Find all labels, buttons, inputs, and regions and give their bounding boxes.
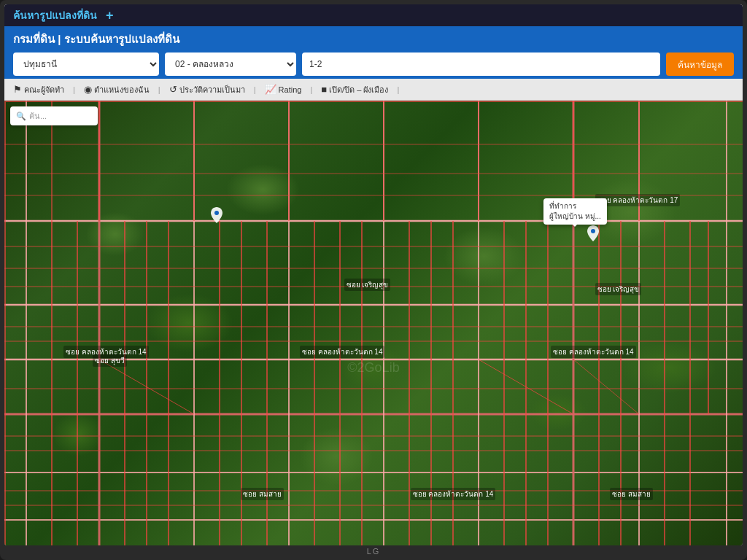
history-icon: ↺ <box>169 84 177 95</box>
screen: ค้นหารูปแปลงที่ดิน + กรมที่ดิน | ระบบค้น… <box>4 4 743 545</box>
map-pin-1[interactable] <box>211 207 222 223</box>
main-header: กรมที่ดิน | ระบบค้นหารูปแปลงที่ดิน ปทุมธ… <box>4 26 743 79</box>
toolbar-item-rating[interactable]: 📈 Rating <box>265 84 302 95</box>
location-label: ตำแหน่งของฉัน <box>94 83 150 96</box>
district-select[interactable]: 02 - คลองหลวง <box>165 52 296 76</box>
map-search-box[interactable]: 🔍 ค้น... <box>10 106 98 125</box>
search-button[interactable]: ค้นหาข้อมูล <box>666 52 734 76</box>
rating-label: Rating <box>279 85 302 94</box>
svg-line-70 <box>573 359 639 414</box>
road-label-3: ซอย คลองห้าตะวันตก 14 <box>300 346 385 358</box>
openclose-icon: ■ <box>321 84 327 95</box>
rating-icon: 📈 <box>265 84 276 95</box>
monitor-brand: LG <box>367 547 381 556</box>
svg-point-83 <box>214 211 219 215</box>
svg-rect-82 <box>5 101 743 545</box>
map-search-text: ค้น... <box>29 109 47 122</box>
separator-3: | <box>254 85 256 94</box>
road-label-9: ซอย คลองห้าตะวันตก 14 <box>411 488 496 500</box>
committee-icon: ⚑ <box>13 84 22 95</box>
separator-4: | <box>310 85 312 94</box>
parcel-input[interactable] <box>302 52 660 76</box>
road-label-6: ซอย เจริญสุข <box>595 283 642 295</box>
monitor-bezel: ค้นหารูปแปลงที่ดิน + กรมที่ดิน | ระบบค้น… <box>0 0 747 560</box>
separator-1: | <box>73 85 75 94</box>
toolbar-item-committee[interactable]: ⚑ คณะผู้จัดทำ <box>13 83 64 96</box>
header-title: กรมที่ดิน | ระบบค้นหารูปแปลงที่ดิน <box>13 31 734 48</box>
toolbar-item-location[interactable]: ◉ ตำแหน่งของฉัน <box>84 83 150 96</box>
map-search-icon: 🔍 <box>16 112 26 121</box>
road-label-7: ซอย คลองห้าตะวันตก 17 <box>595 194 681 206</box>
separator-2: | <box>158 85 160 94</box>
toolbar-row: ⚑ คณะผู้จัดทำ | ◉ ตำแหน่งของฉัน | ↺ ประว… <box>4 79 743 101</box>
toolbar-item-openclose[interactable]: ■ เปิด/ปิด – ผังเมือง <box>321 83 388 96</box>
road-label-4: ซอย คลองห้าตะวันตก 14 <box>551 346 636 358</box>
toolbar-item-history[interactable]: ↺ ประวัติความเป็นมา <box>169 83 245 96</box>
plus-icon[interactable]: + <box>106 8 114 23</box>
map-container[interactable]: 🔍 ค้น... ซอย เจริญสุข ซอย คลองห้าตะวันตก… <box>4 101 743 545</box>
openclose-label: เปิด/ปิด – ผังเมือง <box>329 83 388 96</box>
svg-point-84 <box>591 229 595 233</box>
map-pin-2[interactable] <box>587 225 599 241</box>
history-label: ประวัติความเป็นมา <box>179 83 245 96</box>
location-icon: ◉ <box>84 84 92 95</box>
committee-label: คณะผู้จัดทำ <box>24 83 64 96</box>
popup-line2: ผู้ใหญ่บ้าน หมู่... <box>549 211 601 222</box>
separator-5: | <box>397 85 399 94</box>
road-label-10: ซอย สมสาย <box>610 488 653 500</box>
map-popup: ที่ทำการ ผู้ใหญ่บ้าน หมู่... <box>543 198 607 225</box>
road-label-1: ซอย เจริญสุข <box>344 279 391 291</box>
province-select[interactable]: ปทุมธานี <box>13 52 159 76</box>
top-bar: ค้นหารูปแปลงที่ดิน + <box>4 4 743 26</box>
road-label-8: ซอย สมสาย <box>241 488 284 500</box>
search-row: ปทุมธานี 02 - คลองหลวง ค้นหาข้อมูล <box>13 52 734 76</box>
map-parcels-svg <box>4 101 743 545</box>
app-title: ค้นหารูปแปลงที่ดิน <box>13 7 97 23</box>
popup-line1: ที่ทำการ <box>549 201 601 211</box>
road-label-5: ซอย สุขวี <box>93 354 127 367</box>
